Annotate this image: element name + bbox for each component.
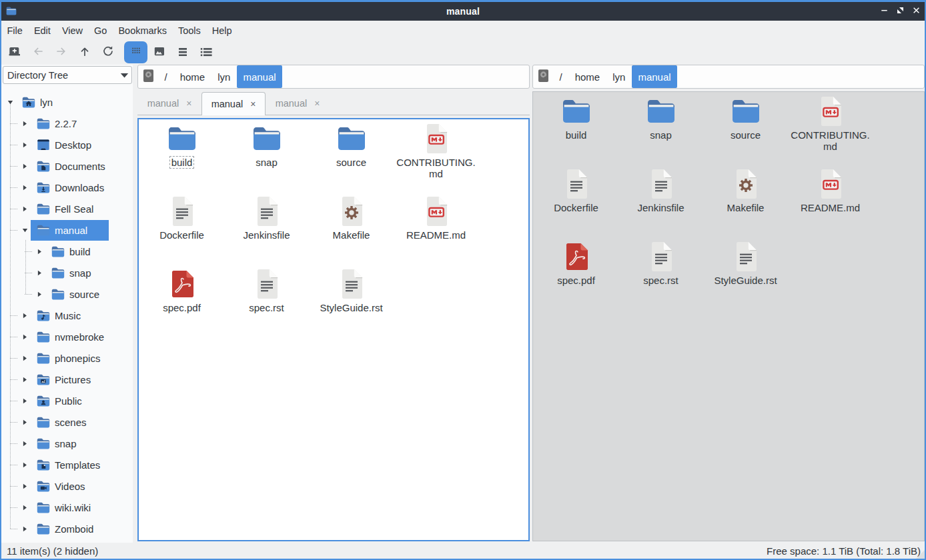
- tab-manual-2[interactable]: manual×: [201, 92, 266, 115]
- expander-collapsed-icon[interactable]: [21, 419, 29, 425]
- tree-item-downloads[interactable]: Downloads: [1, 177, 133, 198]
- file-item-readme-md[interactable]: README.md: [394, 192, 478, 265]
- file-item-dockerfile[interactable]: Dockerfile: [534, 165, 618, 237]
- forward-button[interactable]: [49, 41, 73, 63]
- expander-collapsed-icon[interactable]: [21, 355, 29, 361]
- close-button[interactable]: [908, 3, 924, 19]
- expander-expanded-icon[interactable]: [21, 228, 29, 233]
- expander-collapsed-icon[interactable]: [35, 270, 44, 276]
- file-item-snap[interactable]: snap: [618, 92, 703, 165]
- menu-bookmarks[interactable]: Bookmarks: [113, 23, 173, 39]
- reload-button[interactable]: [96, 41, 119, 63]
- menu-file[interactable]: File: [1, 23, 28, 39]
- tab-manual-1[interactable]: manual×: [137, 92, 201, 115]
- file-item-build[interactable]: build: [534, 92, 618, 165]
- tree-item-public[interactable]: Public: [1, 390, 133, 411]
- tree-item-desktop[interactable]: Desktop: [1, 134, 133, 155]
- minimize-button[interactable]: [876, 3, 892, 19]
- file-item-spec-rst[interactable]: spec.rst: [618, 237, 703, 310]
- expander-collapsed-icon[interactable]: [21, 121, 29, 127]
- expander-collapsed-icon[interactable]: [21, 334, 29, 340]
- expander-collapsed-icon[interactable]: [21, 313, 29, 319]
- breadcrumb-home[interactable]: home: [173, 65, 211, 88]
- back-button[interactable]: [26, 41, 49, 63]
- tab-close-icon[interactable]: ×: [186, 99, 191, 108]
- tab-close-icon[interactable]: ×: [250, 99, 256, 109]
- file-item-build[interactable]: build: [139, 119, 224, 192]
- right-file-view[interactable]: buildsnapsourceCONTRIBUTING.mdDockerfile…: [532, 91, 925, 541]
- file-item-styleguide-rst[interactable]: StyleGuide.rst: [309, 265, 394, 337]
- tree-item-wiki-wiki[interactable]: wiki.wiki: [1, 497, 133, 518]
- left-file-view[interactable]: buildsnapsourceCONTRIBUTING.mdDockerfile…: [137, 118, 530, 541]
- expander-collapsed-icon[interactable]: [21, 163, 29, 169]
- menu-go[interactable]: Go: [89, 23, 113, 39]
- tree-item-zomboid[interactable]: Zomboid: [1, 518, 133, 539]
- file-item-styleguide-rst[interactable]: StyleGuide.rst: [703, 237, 788, 310]
- file-item-contributing-md[interactable]: CONTRIBUTING.md: [394, 119, 478, 192]
- menu-edit[interactable]: Edit: [28, 23, 56, 39]
- tab-close-icon[interactable]: ×: [314, 99, 320, 108]
- tree-item-source[interactable]: source: [1, 283, 133, 305]
- file-item-source[interactable]: source: [309, 119, 394, 192]
- expander-expanded-icon[interactable]: [6, 100, 15, 105]
- breadcrumb-home[interactable]: home: [568, 65, 606, 88]
- file-item-makefile[interactable]: Makefile: [703, 165, 788, 237]
- expander-collapsed-icon[interactable]: [21, 185, 29, 191]
- file-item-makefile[interactable]: Makefile: [309, 192, 394, 265]
- new-tab-button[interactable]: [3, 41, 26, 63]
- expander-collapsed-icon[interactable]: [35, 291, 44, 297]
- thumbnail-view-button[interactable]: [147, 41, 171, 63]
- tree-item-nvmebroke[interactable]: nvmebroke: [1, 326, 133, 347]
- tree-item-fell-seal[interactable]: Fell Seal: [1, 198, 133, 219]
- file-item-spec-rst[interactable]: spec.rst: [224, 265, 309, 337]
- expander-collapsed-icon[interactable]: [35, 249, 44, 255]
- tree-item-documents[interactable]: Documents: [1, 155, 133, 177]
- expander-collapsed-icon[interactable]: [21, 505, 29, 511]
- tree-item-build[interactable]: build: [1, 241, 133, 262]
- tree-item-templates[interactable]: Templates: [1, 454, 133, 475]
- expander-collapsed-icon[interactable]: [21, 206, 29, 212]
- sidebar-splitter[interactable]: [133, 65, 137, 543]
- expander-collapsed-icon[interactable]: [21, 142, 29, 148]
- file-item-snap[interactable]: snap: [224, 119, 309, 192]
- tree-item-snap[interactable]: snap: [1, 262, 133, 283]
- file-item-jenkinsfile[interactable]: Jenkinsfile: [618, 165, 703, 237]
- menu-help[interactable]: Help: [206, 23, 238, 39]
- breadcrumb-manual[interactable]: manual: [632, 65, 677, 88]
- tree-item-scenes[interactable]: scenes: [1, 411, 133, 433]
- expander-collapsed-icon[interactable]: [21, 526, 29, 532]
- compact-view-button[interactable]: [171, 41, 194, 63]
- file-item-spec-pdf[interactable]: spec.pdf: [139, 265, 224, 337]
- tree-item-lyn[interactable]: lyn: [1, 91, 133, 113]
- filesystem-root-button[interactable]: [138, 65, 158, 88]
- sidebar-mode-select[interactable]: Directory Tree: [3, 66, 132, 84]
- breadcrumb-manual[interactable]: manual: [237, 65, 282, 88]
- file-item-dockerfile[interactable]: Dockerfile: [139, 192, 224, 265]
- menu-tools[interactable]: Tools: [172, 23, 206, 39]
- tree-item-snap[interactable]: snap: [1, 433, 133, 454]
- file-item-readme-md[interactable]: README.md: [788, 165, 873, 237]
- breadcrumb-[interactable]: /: [553, 65, 568, 88]
- breadcrumb-lyn[interactable]: lyn: [211, 65, 237, 88]
- icon-view-button[interactable]: [124, 41, 147, 63]
- tree-item-manual[interactable]: manual: [1, 219, 133, 241]
- tree-item-videos[interactable]: Videos: [1, 475, 133, 497]
- breadcrumb-lyn[interactable]: lyn: [606, 65, 632, 88]
- file-item-source[interactable]: source: [703, 92, 788, 165]
- file-item-spec-pdf[interactable]: spec.pdf: [534, 237, 618, 310]
- up-button[interactable]: [73, 41, 96, 63]
- tree-item-phonepics[interactable]: phonepics: [1, 347, 133, 369]
- expander-collapsed-icon[interactable]: [21, 441, 29, 447]
- tab-manual-3[interactable]: manual×: [266, 92, 330, 115]
- expander-collapsed-icon[interactable]: [21, 398, 29, 404]
- breadcrumb-[interactable]: /: [158, 65, 173, 88]
- menu-view[interactable]: View: [56, 23, 88, 39]
- tree-item-music[interactable]: Music: [1, 305, 133, 326]
- file-item-jenkinsfile[interactable]: Jenkinsfile: [224, 192, 309, 265]
- expander-collapsed-icon[interactable]: [21, 483, 29, 489]
- tree-item-2-2-7[interactable]: 2.2.7: [1, 113, 133, 134]
- filesystem-root-button[interactable]: [533, 65, 553, 88]
- file-item-contributing-md[interactable]: CONTRIBUTING.md: [788, 92, 873, 165]
- detailed-list-view-button[interactable]: [194, 41, 217, 63]
- tree-item-pictures[interactable]: Pictures: [1, 369, 133, 390]
